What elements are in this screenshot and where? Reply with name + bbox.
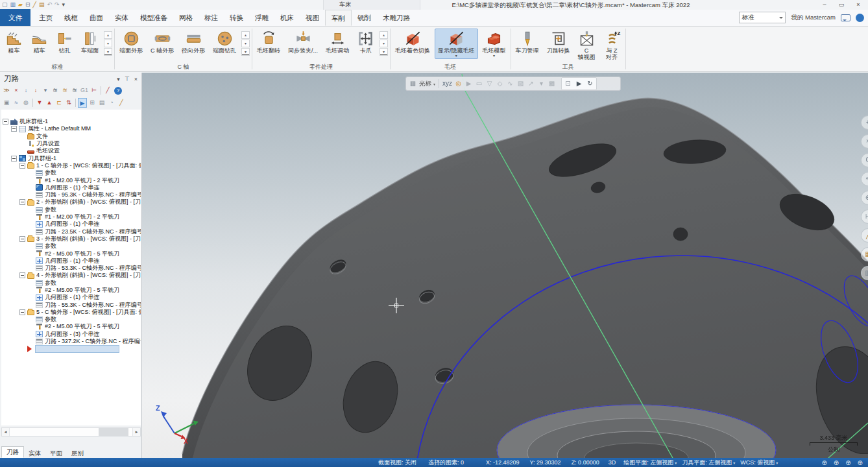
ops-select-all-button[interactable]: ≫ [2, 86, 11, 95]
gallery-up-button[interactable]: ▴ [380, 31, 388, 39]
new-file-button[interactable]: ▢ [2, 0, 8, 10]
xyz-entry-icon[interactable]: xyz [442, 77, 452, 90]
tab-milling[interactable]: 铣削 [352, 10, 377, 26]
face-drill-button[interactable]: 端面钻孔 [210, 29, 239, 55]
graphics-viewport[interactable]: Z X ▦光标▾xyz◎▶▭▽◇∿▨↗▾▩⊡▶↻ +×C∿⊕⊢╱▦▥ 3.433… [142, 73, 868, 458]
tab-mesh[interactable]: 网格 [173, 10, 199, 26]
gallery-up-button[interactable]: ▴ [104, 31, 112, 39]
tab-solids[interactable]: 实体 [109, 10, 134, 26]
posting-delay-button[interactable]: ◔ [107, 98, 116, 108]
move-insert-down-button[interactable]: ▼ [35, 98, 44, 108]
gallery-expand-button[interactable]: ▾ [241, 48, 250, 56]
edit-operation-button[interactable]: ╱ [103, 86, 112, 95]
scroll-left-arrow[interactable]: ◂ [2, 428, 9, 436]
cplane[interactable]: 绘图平面: 左侧视图▾ [623, 459, 677, 467]
part-model[interactable] [182, 98, 868, 458]
expander-icon[interactable] [19, 272, 25, 278]
stock-move-button[interactable]: 毛坯调动 [322, 29, 352, 55]
regen-dirty-button[interactable]: ≋ [51, 86, 60, 95]
toolpath-display-toggle-button[interactable]: ≈ [12, 98, 21, 108]
lathe-drill-button[interactable]: 钻孔 [53, 29, 77, 55]
my-mastercam-link[interactable]: 我的 Mastercam [791, 14, 836, 22]
panel-close-icon[interactable]: × [134, 76, 138, 82]
tab-transform[interactable]: 转换 [224, 10, 249, 26]
tab-view[interactable]: 视图 [300, 10, 325, 26]
status-globe-4-icon[interactable]: ⊕ [858, 459, 863, 466]
tab-router[interactable]: 木雕刀路 [377, 10, 416, 26]
section-view[interactable]: 截面视图: 关闭 [378, 459, 416, 467]
graphics-canvas[interactable]: Z X [142, 73, 868, 458]
help-button[interactable]: ? [114, 87, 122, 95]
lathe-rough-button[interactable]: 粗车 [2, 29, 26, 55]
dropdown-caret-icon[interactable]: ▾ [776, 461, 778, 465]
status-globe-1-icon[interactable]: ⊕ [821, 459, 826, 466]
tab-machine[interactable]: 机床 [274, 10, 300, 26]
g1-compare-button[interactable]: G1 [80, 86, 89, 95]
quick-mask-solids-button[interactable]: ▦ [861, 247, 868, 261]
status-globe-3-icon[interactable]: ⊕ [845, 459, 850, 466]
single-select-mode-button[interactable]: ▶ [78, 98, 87, 108]
quick-mask-gallery-icon[interactable]: ▾ [537, 77, 546, 90]
path-transform-button[interactable]: 刀路转换 [544, 29, 573, 55]
stock-flip-button[interactable]: 毛坯翻转 [254, 29, 283, 55]
select-chain-icon[interactable]: ∿ [506, 77, 514, 90]
expander-icon[interactable] [19, 199, 25, 205]
panel-tab-实体[interactable]: 实体 [24, 448, 45, 458]
quick-mask-groups-button[interactable]: ▥ [861, 266, 868, 280]
gallery-down-button[interactable]: ▾ [380, 40, 388, 47]
regen-all-button[interactable]: ≋ [70, 86, 79, 95]
gview-cursor-icon[interactable]: ▶ [575, 77, 583, 90]
feedback-icon[interactable] [841, 14, 850, 21]
tree-row[interactable]: 刀具设置 [1, 140, 141, 147]
panel-tab-刀路[interactable]: 刀路 [1, 446, 24, 458]
tab-home[interactable]: 主页 [33, 10, 58, 26]
stock-shade-button[interactable]: 毛坯着色切换 [392, 29, 433, 55]
tab-model-prep[interactable]: 模型准备 [134, 10, 173, 26]
wcs[interactable]: WCS: 俯视图▾ [740, 459, 778, 467]
regen-selected-button[interactable]: ≋ [60, 86, 69, 95]
quick-mask-surfaces-button[interactable]: ⊕ [861, 191, 868, 205]
caxis-contour-button[interactable]: C 轴外形 [147, 29, 177, 55]
quick-mask-points-button[interactable]: + [861, 115, 868, 130]
tplane[interactable]: 刀具平面: 左侧视图▾ [682, 459, 735, 467]
gallery-expand-button[interactable]: ▾ [380, 48, 388, 56]
panel-tab-层别[interactable]: 层别 [67, 448, 88, 458]
tree-row[interactable]: 属性 - Lathe Default MM [1, 125, 141, 132]
auto-hide-pin-icon[interactable]: ⊤ [125, 76, 130, 82]
panel-tab-平面[interactable]: 平面 [45, 448, 67, 458]
scroll-thumb[interactable] [99, 428, 128, 436]
display-gallery-icon[interactable]: ▩ [548, 77, 556, 90]
mode-3d[interactable]: 3D [609, 459, 616, 466]
select-last-icon[interactable]: ▶ [464, 77, 473, 90]
cursor-dropdown-icon[interactable]: ▾ [433, 82, 435, 86]
feed-change-button[interactable]: ⊢ [90, 86, 99, 95]
lathe-finish-button[interactable]: 精车 [27, 29, 51, 55]
tree-row[interactable]: 2 - 外形铣削 (斜插) - [WCS: 俯视图] - [刀具面: 俯视图] [1, 198, 141, 206]
tool-hide-button[interactable]: ↓ [31, 86, 40, 95]
save-button[interactable]: ▥ [10, 0, 16, 10]
help-icon[interactable] [856, 14, 864, 22]
tree-row[interactable]: 1 - C 轴外形 - [WCS: 俯视图] - [刀具面: 俯视图] [1, 162, 141, 169]
tree-row[interactable]: 4 - 外形铣削 (斜插) - [WCS: 俯视图] - [刀具面: 俯视图] [1, 272, 141, 279]
tool-manager-button[interactable]: 车刀管理 [512, 29, 542, 55]
gallery-down-button[interactable]: ▾ [241, 40, 250, 47]
zip2go-button[interactable]: ▤ [39, 0, 45, 10]
expander-icon[interactable] [11, 156, 17, 162]
tree-row[interactable]: 毛坯设置 [1, 147, 141, 154]
scroll-right-arrow[interactable]: ▸ [133, 428, 140, 436]
ghost-ops-button[interactable]: ◍ [21, 98, 30, 108]
tree-row[interactable]: 3 - 外形铣削 (斜插) - [WCS: 俯视图] - [刀具面: 俯视图] [1, 235, 141, 243]
tool-filter-button[interactable]: ▾ [41, 86, 50, 95]
scroll-insert-button[interactable]: ⇅ [64, 98, 73, 108]
chuck-jaws-button[interactable]: 卡爪 [354, 29, 378, 55]
lock-ops-button[interactable]: ▣ [2, 98, 11, 108]
style-combo[interactable]: 标准 [739, 12, 786, 23]
tree-row[interactable]: 文件 [1, 133, 141, 140]
tab-wireframe[interactable]: 线框 [58, 10, 84, 26]
tab-surfaces[interactable]: 曲面 [84, 10, 109, 26]
insert-indicator-button[interactable]: ⊏ [54, 98, 64, 108]
lathe-face-button[interactable]: 车端面 [78, 29, 102, 55]
quick-mask-result-button[interactable]: × [861, 134, 868, 149]
gallery-up-button[interactable]: ▴ [241, 31, 250, 39]
copy-ops-button[interactable]: ⊞ [88, 98, 97, 108]
